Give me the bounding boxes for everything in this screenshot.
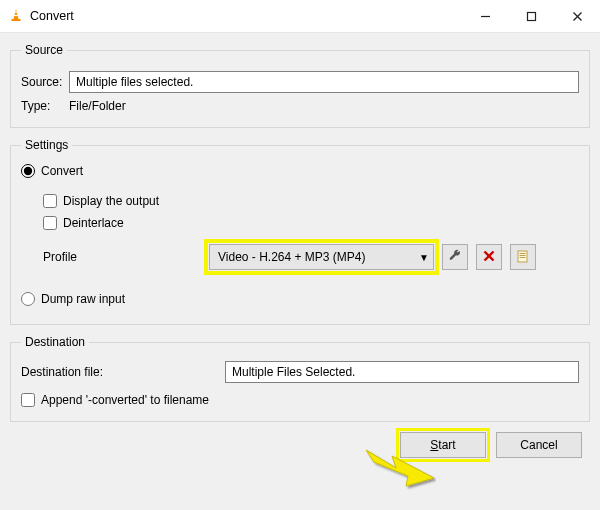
svg-rect-3	[12, 19, 21, 21]
display-output-label: Display the output	[63, 194, 159, 208]
minimize-button[interactable]	[462, 0, 508, 32]
convert-radio-input[interactable]	[21, 164, 35, 178]
source-label: Source:	[21, 75, 69, 89]
deinterlace-label: Deinterlace	[63, 216, 124, 230]
deinterlace-checkbox-input[interactable]	[43, 216, 57, 230]
source-legend: Source	[21, 43, 67, 57]
titlebar: Convert	[0, 0, 600, 32]
chevron-down-icon: ▼	[419, 252, 429, 263]
start-button[interactable]: Start	[400, 432, 486, 458]
dump-raw-radio-input[interactable]	[21, 292, 35, 306]
convert-radio-label: Convert	[41, 164, 83, 178]
dump-raw-label: Dump raw input	[41, 292, 125, 306]
destination-legend: Destination	[21, 335, 89, 349]
convert-radio[interactable]: Convert	[21, 164, 579, 178]
source-field[interactable]	[69, 71, 579, 93]
cancel-button[interactable]: Cancel	[496, 432, 582, 458]
vlc-cone-icon	[8, 7, 24, 26]
wrench-icon	[448, 249, 462, 266]
close-button[interactable]	[554, 0, 600, 32]
append-converted-label: Append '-converted' to filename	[41, 393, 209, 407]
start-button-mnemonic: S	[430, 438, 438, 452]
type-label: Type:	[21, 99, 69, 113]
append-converted-checkbox-input[interactable]	[21, 393, 35, 407]
svg-rect-1	[14, 11, 18, 12]
deinterlace-checkbox[interactable]: Deinterlace	[43, 216, 579, 230]
button-bar: Start Cancel	[10, 432, 590, 458]
group-destination: Destination Destination file: Append '-c…	[10, 335, 590, 422]
group-settings: Settings Convert Display the output Dein…	[10, 138, 590, 325]
profile-selected-value: Video - H.264 + MP3 (MP4)	[218, 250, 419, 264]
delete-icon	[483, 250, 495, 265]
destination-file-label: Destination file:	[21, 365, 221, 379]
new-profile-button[interactable]	[510, 244, 536, 270]
window-title: Convert	[30, 9, 74, 23]
settings-legend: Settings	[21, 138, 72, 152]
client-area: Source Source: Type: File/Folder Setting…	[0, 32, 600, 510]
profile-label: Profile	[21, 250, 201, 264]
type-value: File/Folder	[69, 99, 126, 113]
edit-profile-button[interactable]	[442, 244, 468, 270]
new-profile-icon	[516, 249, 530, 266]
dump-raw-radio[interactable]: Dump raw input	[21, 292, 579, 306]
svg-rect-10	[518, 251, 527, 262]
destination-file-field[interactable]	[225, 361, 579, 383]
append-converted-checkbox[interactable]: Append '-converted' to filename	[21, 393, 579, 407]
maximize-button[interactable]	[508, 0, 554, 32]
start-button-rest: tart	[438, 438, 455, 452]
group-source: Source Source: Type: File/Folder	[10, 43, 590, 128]
svg-rect-2	[14, 14, 18, 15]
display-output-checkbox-input[interactable]	[43, 194, 57, 208]
svg-rect-5	[527, 12, 535, 20]
display-output-checkbox[interactable]: Display the output	[43, 194, 579, 208]
svg-marker-0	[14, 9, 19, 19]
profile-select[interactable]: Video - H.264 + MP3 (MP4) ▼	[209, 244, 434, 270]
delete-profile-button[interactable]	[476, 244, 502, 270]
